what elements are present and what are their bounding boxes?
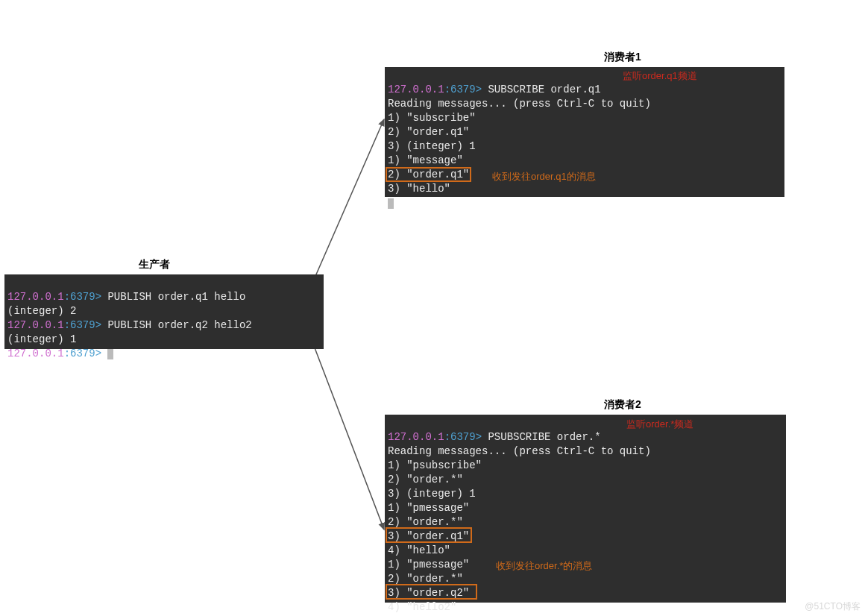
consumer1-ip: 127.0.0.1	[388, 84, 444, 95]
producer-line4-port: :6379>	[64, 348, 101, 359]
producer-title: 生产者	[139, 258, 170, 271]
consumer2-ip: 127.0.0.1	[388, 431, 444, 443]
consumer2-annotation-received: 收到发往order.*的消息	[496, 559, 592, 573]
producer-line0-ip: 127.0.0.1	[7, 291, 64, 303]
consumer2-line-6: 3) "order.q1"	[388, 530, 469, 542]
consumer2-title: 消费者2	[604, 398, 641, 412]
svg-line-0	[306, 119, 384, 298]
consumer1-cursor	[388, 198, 394, 209]
producer-line2-ip: 127.0.0.1	[7, 319, 64, 331]
producer-line4-ip: 127.0.0.1	[7, 348, 64, 359]
producer-line1: (integer) 2	[7, 305, 76, 317]
producer-line2-port: :6379>	[64, 319, 101, 331]
consumer2-line-1: 1) "psubscribe"	[388, 459, 482, 471]
consumer1-line-3: 3) (integer) 1	[388, 140, 476, 152]
consumer2-line-9: 2) "order.*"	[388, 573, 463, 585]
consumer1-line-5: 2) "order.q1"	[388, 169, 469, 180]
consumer1-title: 消费者1	[604, 51, 641, 64]
consumer1-annotation-listen: 监听order.q1频道	[623, 69, 697, 83]
consumer2-line-2: 2) "order.*"	[388, 474, 463, 485]
consumer1-port: :6379>	[444, 84, 482, 95]
consumer2-line-3: 3) (integer) 1	[388, 488, 476, 500]
consumer1-line-2: 2) "order.q1"	[388, 126, 469, 138]
consumer2-port: :6379>	[444, 431, 482, 443]
producer-line2-cmd: PUBLISH order.q2 hello2	[101, 319, 252, 331]
producer-line0-port: :6379>	[64, 291, 101, 303]
watermark: @51CTO博客	[805, 600, 861, 613]
producer-cursor	[107, 349, 113, 359]
arrow-producer-to-consumer2	[298, 317, 395, 541]
consumer2-line-0: Reading messages... (press Ctrl-C to qui…	[388, 445, 651, 457]
consumer2-line-8: 1) "pmessage"	[388, 559, 469, 571]
producer-terminal: 127.0.0.1:6379> PUBLISH order.q1 hello (…	[4, 274, 324, 349]
consumer2-line-4: 1) "pmessage"	[388, 502, 469, 514]
consumer1-line-6: 3) "hello"	[388, 183, 450, 195]
consumer2-annotation-listen: 监听order.*频道	[626, 418, 693, 431]
consumer2-cmd: PSUBSCRIBE order.*	[482, 431, 601, 443]
consumer2-line-10: 3) "order.q2"	[388, 587, 469, 599]
producer-line3: (integer) 1	[7, 333, 76, 345]
producer-line0-cmd: PUBLISH order.q1 hello	[101, 291, 245, 303]
producer-line4-cmd	[101, 348, 107, 359]
consumer1-cmd: SUBSCRIBE order.q1	[482, 84, 601, 95]
consumer2-line-5: 2) "order.*"	[388, 516, 463, 528]
consumer1-annotation-received: 收到发往order.q1的消息	[492, 170, 596, 183]
consumer1-line-1: 1) "subscribe"	[388, 112, 476, 124]
consumer2-terminal: 127.0.0.1:6379> PSUBSCRIBE order.* Readi…	[385, 415, 786, 603]
consumer1-line-0: Reading messages... (press Ctrl-C to qui…	[388, 98, 651, 110]
consumer1-line-4: 1) "message"	[388, 154, 463, 166]
svg-line-1	[306, 324, 384, 529]
consumer2-line-11: 4) "hello2"	[388, 601, 456, 613]
consumer2-line-7: 4) "hello"	[388, 544, 450, 556]
